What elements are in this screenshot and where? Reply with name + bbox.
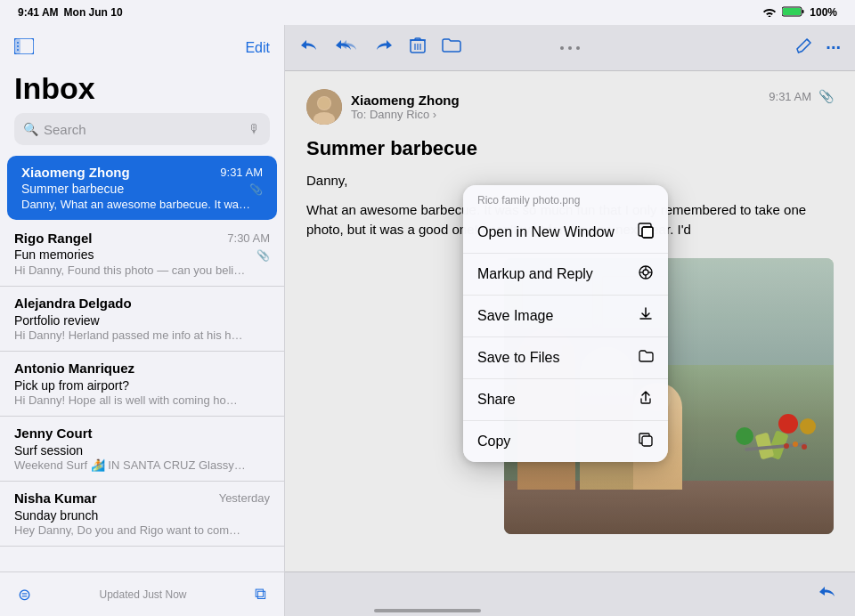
mail-time: 7:30 AM xyxy=(227,231,270,245)
context-menu-item-open[interactable]: Open in New Window xyxy=(463,212,668,254)
sidebar-toggle-icon[interactable] xyxy=(14,38,34,59)
ipad-frame: 9:41 AM Mon Jun 10 100% xyxy=(0,0,855,616)
email-header: Xiaomeng Zhong To: Danny Rico › 9:31 AM … xyxy=(306,89,834,125)
battery-percent: 100% xyxy=(810,6,837,19)
sender-name: Xiaomeng Zhong xyxy=(21,165,130,180)
folder-icon[interactable] xyxy=(442,37,461,58)
context-menu-item-copy[interactable]: Copy xyxy=(463,421,668,462)
battery-icon xyxy=(782,6,804,20)
save-files-icon xyxy=(638,348,654,368)
stack-icon[interactable]: ⧉ xyxy=(255,585,266,604)
filter-icon[interactable]: ⊜ xyxy=(18,585,31,604)
email-sender-name: Xiaomeng Zhong xyxy=(351,93,460,108)
email-subject: Summer barbecue xyxy=(306,137,834,160)
main-bottom-bar xyxy=(285,571,855,616)
search-placeholder: Search xyxy=(44,122,86,137)
svg-rect-28 xyxy=(642,436,652,446)
mail-preview: Danny, What an awesome barbecue. It was … xyxy=(21,198,253,211)
mail-item[interactable]: Rigo Rangel 7:30 AM Fun memories 📎 Hi Da… xyxy=(0,222,284,287)
mail-subject: Pick up from airport? xyxy=(14,378,129,393)
sender-name: Antonio Manriquez xyxy=(14,361,134,376)
mail-preview: Hi Danny, Found this photo — can you bel… xyxy=(14,263,246,277)
context-menu-label: Markup and Reply xyxy=(477,266,593,282)
status-bar: 9:41 AM Mon Jun 10 100% xyxy=(0,0,855,25)
svg-rect-19 xyxy=(642,227,653,238)
svg-point-0 xyxy=(769,15,771,17)
reply-all-icon[interactable] xyxy=(335,37,358,58)
status-time: 9:41 AM xyxy=(18,6,59,19)
inbox-title: Inbox xyxy=(0,71,284,113)
svg-point-17 xyxy=(318,97,330,109)
mail-item[interactable]: Xiaomeng Zhong 9:31 AM Summer barbecue 📎… xyxy=(7,156,277,220)
avatar xyxy=(306,89,342,125)
email-time: 9:31 AM xyxy=(769,90,811,103)
toolbar-dots xyxy=(560,46,580,50)
context-menu-item-share[interactable]: Share xyxy=(463,379,668,421)
svg-rect-3 xyxy=(783,8,801,15)
mail-preview: Hey Danny, Do you and Rigo want to come … xyxy=(14,523,246,537)
mail-subject: Summer barbecue xyxy=(21,182,124,196)
svg-rect-2 xyxy=(802,10,804,13)
svg-point-22 xyxy=(643,270,648,275)
save-image-icon xyxy=(638,306,654,326)
email-sender-block: Xiaomeng Zhong To: Danny Rico › xyxy=(306,89,460,125)
toolbar-right: ··· xyxy=(795,36,841,59)
copy-icon xyxy=(638,432,654,451)
context-menu-item-save-image[interactable]: Save Image xyxy=(463,296,668,337)
sender-name: Alejandra Delgado xyxy=(14,296,132,311)
context-menu-label: Open in New Window xyxy=(477,224,615,240)
mail-preview: Weekend Surf 🏄 IN SANTA CRUZ Glassy wave… xyxy=(14,458,246,472)
context-menu-item-save-files[interactable]: Save to Files xyxy=(463,337,668,379)
mail-preview: Hi Danny! Hope all is well with coming h… xyxy=(14,393,246,407)
search-icon: 🔍 xyxy=(23,122,38,136)
sender-name: Nisha Kumar xyxy=(14,490,97,506)
trash-icon[interactable] xyxy=(410,36,426,59)
sidebar-toolbar: Edit xyxy=(0,25,284,71)
attachment-icon: 📎 xyxy=(249,183,263,196)
microphone-icon[interactable]: 🎙 xyxy=(248,122,261,136)
open-new-window-icon xyxy=(638,223,654,242)
mail-item[interactable]: Jenny Court Surf session Weekend Surf 🏄 … xyxy=(0,417,284,482)
mail-subject: Surf session xyxy=(14,443,83,458)
mail-list: Xiaomeng Zhong 9:31 AM Summer barbecue 📎… xyxy=(0,154,284,571)
email-sender-info: Xiaomeng Zhong To: Danny Rico › xyxy=(351,93,460,121)
main-toolbar: ··· xyxy=(285,25,855,71)
context-menu-label: Copy xyxy=(477,434,510,450)
toolbar-left xyxy=(299,36,461,59)
reply-bottom-icon[interactable] xyxy=(818,584,837,604)
email-attachment-indicator: 📎 xyxy=(818,89,834,103)
reply-back-icon[interactable] xyxy=(299,37,319,58)
mail-item[interactable]: Antonio Manriquez Pick up from airport? … xyxy=(0,352,284,417)
mail-subject: Fun memories xyxy=(14,247,94,262)
context-menu-label: Save to Files xyxy=(477,350,559,366)
sidebar: Edit Inbox 🔍 Search 🎙 Xiaomeng Zhong 9:3… xyxy=(0,25,285,616)
forward-icon[interactable] xyxy=(374,37,394,58)
compose-icon[interactable] xyxy=(795,36,813,59)
search-bar[interactable]: 🔍 Search 🎙 xyxy=(14,113,270,145)
context-menu-item-markup[interactable]: Markup and Reply xyxy=(463,254,668,296)
context-menu-label: Share xyxy=(477,392,516,408)
mail-item[interactable]: Alejandra Delgado Portfolio review Hi Da… xyxy=(0,287,284,352)
mail-subject: Sunday brunch xyxy=(14,508,98,523)
email-to-line: To: Danny Rico › xyxy=(351,108,460,121)
mail-preview: Hi Danny! Herland passed me info at his … xyxy=(14,328,246,342)
status-date: Mon Jun 10 xyxy=(64,6,123,19)
home-indicator xyxy=(374,609,481,612)
markup-icon xyxy=(638,264,654,284)
sender-name: Jenny Court xyxy=(14,426,93,441)
context-menu-title: Rico family photo.png xyxy=(463,185,668,212)
context-menu: Rico family photo.png Open in New Window… xyxy=(463,185,668,462)
mail-item[interactable]: Nisha Kumar Yesterday Sunday brunch Hey … xyxy=(0,482,284,547)
sidebar-bottom: ⊜ Updated Just Now ⧉ xyxy=(0,571,284,616)
mail-subject: Portfolio review xyxy=(14,313,100,328)
mail-time: Yesterday xyxy=(219,491,270,505)
share-icon xyxy=(638,390,654,409)
main-content: ··· xyxy=(285,25,855,616)
sender-name: Rigo Rangel xyxy=(14,231,93,246)
edit-button[interactable]: Edit xyxy=(245,40,270,56)
more-options-icon[interactable]: ··· xyxy=(826,37,841,58)
updated-label: Updated Just Now xyxy=(99,588,186,601)
wifi-icon xyxy=(762,6,777,20)
mail-time: 9:31 AM xyxy=(220,166,263,179)
context-menu-label: Save Image xyxy=(477,308,553,324)
